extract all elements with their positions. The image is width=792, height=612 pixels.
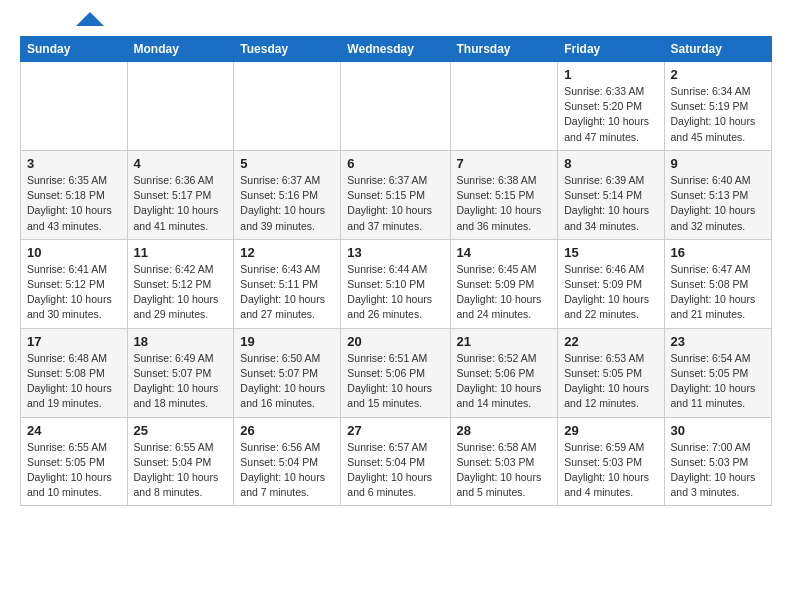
- day-number: 19: [240, 334, 334, 349]
- day-info: Sunrise: 6:43 AM Sunset: 5:11 PM Dayligh…: [240, 262, 334, 323]
- calendar-cell: 4Sunrise: 6:36 AM Sunset: 5:17 PM Daylig…: [127, 150, 234, 239]
- day-of-week-header: Thursday: [450, 37, 558, 62]
- day-number: 22: [564, 334, 657, 349]
- day-number: 27: [347, 423, 443, 438]
- day-of-week-header: Wednesday: [341, 37, 450, 62]
- day-info: Sunrise: 6:40 AM Sunset: 5:13 PM Dayligh…: [671, 173, 765, 234]
- day-number: 8: [564, 156, 657, 171]
- day-number: 14: [457, 245, 552, 260]
- day-info: Sunrise: 6:36 AM Sunset: 5:17 PM Dayligh…: [134, 173, 228, 234]
- day-number: 25: [134, 423, 228, 438]
- logo: [20, 16, 104, 26]
- calendar-cell: 28Sunrise: 6:58 AM Sunset: 5:03 PM Dayli…: [450, 417, 558, 506]
- day-info: Sunrise: 6:39 AM Sunset: 5:14 PM Dayligh…: [564, 173, 657, 234]
- calendar-cell: 23Sunrise: 6:54 AM Sunset: 5:05 PM Dayli…: [664, 328, 771, 417]
- day-info: Sunrise: 6:34 AM Sunset: 5:19 PM Dayligh…: [671, 84, 765, 145]
- day-info: Sunrise: 6:42 AM Sunset: 5:12 PM Dayligh…: [134, 262, 228, 323]
- day-info: Sunrise: 6:50 AM Sunset: 5:07 PM Dayligh…: [240, 351, 334, 412]
- day-info: Sunrise: 6:54 AM Sunset: 5:05 PM Dayligh…: [671, 351, 765, 412]
- day-info: Sunrise: 6:46 AM Sunset: 5:09 PM Dayligh…: [564, 262, 657, 323]
- calendar-cell: 1Sunrise: 6:33 AM Sunset: 5:20 PM Daylig…: [558, 62, 664, 151]
- calendar-table: SundayMondayTuesdayWednesdayThursdayFrid…: [20, 36, 772, 506]
- calendar-cell: 6Sunrise: 6:37 AM Sunset: 5:15 PM Daylig…: [341, 150, 450, 239]
- day-info: Sunrise: 6:56 AM Sunset: 5:04 PM Dayligh…: [240, 440, 334, 501]
- calendar-cell: 8Sunrise: 6:39 AM Sunset: 5:14 PM Daylig…: [558, 150, 664, 239]
- day-info: Sunrise: 7:00 AM Sunset: 5:03 PM Dayligh…: [671, 440, 765, 501]
- calendar-cell: 19Sunrise: 6:50 AM Sunset: 5:07 PM Dayli…: [234, 328, 341, 417]
- day-number: 1: [564, 67, 657, 82]
- calendar-week-row: 10Sunrise: 6:41 AM Sunset: 5:12 PM Dayli…: [21, 239, 772, 328]
- calendar-week-row: 24Sunrise: 6:55 AM Sunset: 5:05 PM Dayli…: [21, 417, 772, 506]
- calendar-cell: 29Sunrise: 6:59 AM Sunset: 5:03 PM Dayli…: [558, 417, 664, 506]
- calendar-cell: [21, 62, 128, 151]
- svg-marker-0: [76, 12, 104, 26]
- calendar-cell: 24Sunrise: 6:55 AM Sunset: 5:05 PM Dayli…: [21, 417, 128, 506]
- calendar-week-row: 3Sunrise: 6:35 AM Sunset: 5:18 PM Daylig…: [21, 150, 772, 239]
- day-number: 18: [134, 334, 228, 349]
- calendar-cell: 30Sunrise: 7:00 AM Sunset: 5:03 PM Dayli…: [664, 417, 771, 506]
- day-number: 12: [240, 245, 334, 260]
- calendar-cell: 14Sunrise: 6:45 AM Sunset: 5:09 PM Dayli…: [450, 239, 558, 328]
- day-info: Sunrise: 6:59 AM Sunset: 5:03 PM Dayligh…: [564, 440, 657, 501]
- day-number: 10: [27, 245, 121, 260]
- day-number: 7: [457, 156, 552, 171]
- day-number: 24: [27, 423, 121, 438]
- day-number: 17: [27, 334, 121, 349]
- day-info: Sunrise: 6:49 AM Sunset: 5:07 PM Dayligh…: [134, 351, 228, 412]
- calendar-cell: 3Sunrise: 6:35 AM Sunset: 5:18 PM Daylig…: [21, 150, 128, 239]
- day-number: 11: [134, 245, 228, 260]
- day-info: Sunrise: 6:33 AM Sunset: 5:20 PM Dayligh…: [564, 84, 657, 145]
- calendar-cell: [127, 62, 234, 151]
- page-header: [20, 16, 772, 26]
- calendar-week-row: 17Sunrise: 6:48 AM Sunset: 5:08 PM Dayli…: [21, 328, 772, 417]
- calendar-cell: [450, 62, 558, 151]
- day-of-week-row: SundayMondayTuesdayWednesdayThursdayFrid…: [21, 37, 772, 62]
- day-info: Sunrise: 6:51 AM Sunset: 5:06 PM Dayligh…: [347, 351, 443, 412]
- day-of-week-header: Saturday: [664, 37, 771, 62]
- calendar-cell: 26Sunrise: 6:56 AM Sunset: 5:04 PM Dayli…: [234, 417, 341, 506]
- day-info: Sunrise: 6:57 AM Sunset: 5:04 PM Dayligh…: [347, 440, 443, 501]
- calendar-cell: 17Sunrise: 6:48 AM Sunset: 5:08 PM Dayli…: [21, 328, 128, 417]
- calendar-cell: 9Sunrise: 6:40 AM Sunset: 5:13 PM Daylig…: [664, 150, 771, 239]
- day-info: Sunrise: 6:47 AM Sunset: 5:08 PM Dayligh…: [671, 262, 765, 323]
- day-number: 3: [27, 156, 121, 171]
- calendar-cell: 27Sunrise: 6:57 AM Sunset: 5:04 PM Dayli…: [341, 417, 450, 506]
- logo-icon: [76, 12, 104, 26]
- day-info: Sunrise: 6:41 AM Sunset: 5:12 PM Dayligh…: [27, 262, 121, 323]
- calendar-cell: 7Sunrise: 6:38 AM Sunset: 5:15 PM Daylig…: [450, 150, 558, 239]
- calendar-week-row: 1Sunrise: 6:33 AM Sunset: 5:20 PM Daylig…: [21, 62, 772, 151]
- day-info: Sunrise: 6:48 AM Sunset: 5:08 PM Dayligh…: [27, 351, 121, 412]
- day-of-week-header: Sunday: [21, 37, 128, 62]
- day-number: 5: [240, 156, 334, 171]
- calendar-cell: [234, 62, 341, 151]
- day-number: 30: [671, 423, 765, 438]
- calendar-cell: 12Sunrise: 6:43 AM Sunset: 5:11 PM Dayli…: [234, 239, 341, 328]
- day-number: 6: [347, 156, 443, 171]
- calendar-cell: 22Sunrise: 6:53 AM Sunset: 5:05 PM Dayli…: [558, 328, 664, 417]
- calendar-cell: [341, 62, 450, 151]
- day-number: 4: [134, 156, 228, 171]
- day-number: 9: [671, 156, 765, 171]
- calendar-cell: 15Sunrise: 6:46 AM Sunset: 5:09 PM Dayli…: [558, 239, 664, 328]
- day-of-week-header: Monday: [127, 37, 234, 62]
- day-info: Sunrise: 6:52 AM Sunset: 5:06 PM Dayligh…: [457, 351, 552, 412]
- day-number: 29: [564, 423, 657, 438]
- calendar-cell: 10Sunrise: 6:41 AM Sunset: 5:12 PM Dayli…: [21, 239, 128, 328]
- day-number: 21: [457, 334, 552, 349]
- day-info: Sunrise: 6:44 AM Sunset: 5:10 PM Dayligh…: [347, 262, 443, 323]
- day-number: 23: [671, 334, 765, 349]
- calendar-cell: 5Sunrise: 6:37 AM Sunset: 5:16 PM Daylig…: [234, 150, 341, 239]
- calendar-cell: 13Sunrise: 6:44 AM Sunset: 5:10 PM Dayli…: [341, 239, 450, 328]
- day-number: 2: [671, 67, 765, 82]
- day-number: 13: [347, 245, 443, 260]
- calendar-cell: 18Sunrise: 6:49 AM Sunset: 5:07 PM Dayli…: [127, 328, 234, 417]
- day-of-week-header: Tuesday: [234, 37, 341, 62]
- day-info: Sunrise: 6:55 AM Sunset: 5:04 PM Dayligh…: [134, 440, 228, 501]
- day-info: Sunrise: 6:55 AM Sunset: 5:05 PM Dayligh…: [27, 440, 121, 501]
- day-info: Sunrise: 6:38 AM Sunset: 5:15 PM Dayligh…: [457, 173, 552, 234]
- calendar-cell: 11Sunrise: 6:42 AM Sunset: 5:12 PM Dayli…: [127, 239, 234, 328]
- day-info: Sunrise: 6:53 AM Sunset: 5:05 PM Dayligh…: [564, 351, 657, 412]
- calendar-cell: 2Sunrise: 6:34 AM Sunset: 5:19 PM Daylig…: [664, 62, 771, 151]
- day-number: 15: [564, 245, 657, 260]
- day-number: 16: [671, 245, 765, 260]
